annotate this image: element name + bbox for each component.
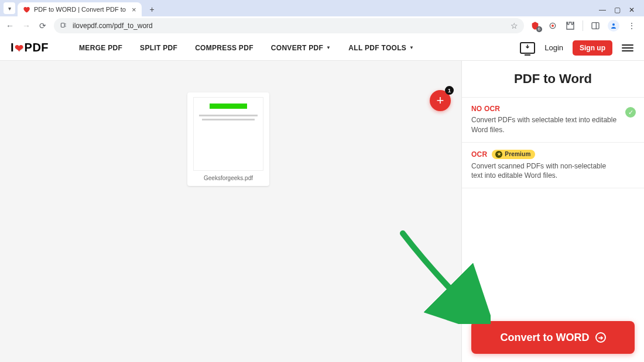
svg-point-5: [612, 23, 615, 26]
preview-line: [202, 119, 255, 120]
file-canvas: Geeksforgeeks.pdf + 1: [0, 61, 461, 362]
arrow-right-circle-icon: ➔: [595, 332, 606, 343]
chrome-menu-icon[interactable]: ⋮: [626, 20, 637, 31]
new-tab-button[interactable]: +: [146, 4, 157, 15]
tab-title: PDF to WORD | Convert PDF to: [34, 6, 126, 13]
svg-rect-0: [61, 23, 64, 27]
browser-tab[interactable]: PDF to WORD | Convert PDF to ×: [18, 2, 142, 16]
nav-split[interactable]: SPLIT PDF: [140, 44, 177, 52]
back-button[interactable]: ←: [5, 21, 15, 30]
divider: [583, 20, 583, 31]
chrome-actions: 6 ⋮: [530, 20, 639, 32]
login-link[interactable]: Login: [544, 43, 563, 52]
nav-all-label: ALL PDF TOOLS: [348, 44, 406, 52]
chevron-down-icon: ▼: [326, 45, 331, 50]
convert-button[interactable]: Convert to WORD ➔: [471, 321, 635, 354]
workspace: Geeksforgeeks.pdf + 1 PDF to Word NO OCR…: [0, 61, 644, 362]
site-navbar: I ❤ PDF MERGE PDF SPLIT PDF COMPRESS PDF…: [0, 35, 644, 61]
nav-merge[interactable]: MERGE PDF: [79, 44, 122, 52]
favicon-heart-icon: [22, 5, 30, 13]
svg-rect-3: [592, 23, 599, 29]
logo-text-left: I: [11, 41, 14, 54]
extension-shield-icon[interactable]: 6: [530, 20, 540, 31]
nav-convert-label: CONVERT PDF: [271, 44, 323, 52]
nav-convert[interactable]: CONVERT PDF▼: [271, 44, 331, 52]
preview-line: [199, 115, 258, 116]
convert-label: Convert to WORD: [501, 332, 590, 344]
option-desc: Convert scanned PDFs with non-selectable…: [471, 161, 618, 181]
maximize-button[interactable]: ▢: [614, 6, 621, 14]
nav-right: Login Sign up: [520, 40, 633, 56]
chevron-down-icon: ▼: [409, 45, 414, 50]
premium-label: Premium: [505, 151, 530, 157]
sidepanel-icon[interactable]: [590, 20, 601, 31]
nav-compress[interactable]: COMPRESS PDF: [195, 44, 254, 52]
premium-badge: ★ Premium: [492, 150, 535, 159]
signup-button[interactable]: Sign up: [573, 40, 612, 56]
omnibox[interactable]: ilovepdf.com/pdf_to_word ☆: [54, 18, 524, 33]
tab-close-icon[interactable]: ×: [132, 6, 136, 13]
svg-point-2: [551, 25, 554, 27]
browser-chrome: ▾ PDF to WORD | Convert PDF to × + ― ▢ ✕…: [0, 0, 644, 35]
reload-button[interactable]: ⟳: [37, 21, 48, 30]
bookmark-star-icon[interactable]: ☆: [511, 21, 518, 30]
close-window-button[interactable]: ✕: [629, 6, 635, 14]
tabsearch-button[interactable]: ▾: [4, 2, 15, 14]
nav-all-tools[interactable]: ALL PDF TOOLS▼: [348, 44, 414, 52]
profile-avatar[interactable]: [608, 20, 619, 32]
extension-lens-icon[interactable]: [547, 20, 558, 31]
site-logo[interactable]: I ❤ PDF: [11, 41, 49, 54]
option-ocr-label: OCR: [471, 150, 487, 158]
preview-highlight: [210, 104, 247, 109]
extensions-puzzle-icon[interactable]: [565, 20, 576, 31]
desktop-download-icon[interactable]: [520, 42, 535, 54]
file-count-badge: 1: [445, 86, 454, 95]
forward-button[interactable]: →: [21, 21, 32, 30]
option-ocr[interactable]: OCR ★ Premium Convert scanned PDFs with …: [462, 143, 644, 189]
site-info-icon[interactable]: [60, 21, 68, 30]
logo-text-right: PDF: [25, 41, 49, 54]
add-file-button[interactable]: + 1: [430, 90, 451, 111]
sidebar-title: PDF to Word: [462, 61, 644, 97]
selected-check-icon: ✓: [625, 107, 636, 118]
option-title: OCR ★ Premium: [471, 150, 635, 159]
option-no-ocr[interactable]: NO OCR Convert PDFs with selectable text…: [462, 97, 644, 143]
premium-icon: ★: [495, 151, 502, 158]
file-card[interactable]: Geeksforgeeks.pdf: [187, 92, 269, 186]
nav-links: MERGE PDF SPLIT PDF COMPRESS PDF CONVERT…: [79, 44, 414, 52]
heart-icon: ❤: [15, 42, 24, 55]
url-text: ilovepdf.com/pdf_to_word: [73, 22, 153, 30]
options-sidebar: PDF to Word NO OCR Convert PDFs with sel…: [461, 61, 644, 362]
tab-bar: ▾ PDF to WORD | Convert PDF to × + ― ▢ ✕: [0, 0, 644, 16]
extension-badge: 6: [536, 26, 542, 32]
file-preview: [193, 97, 263, 171]
option-desc: Convert PDFs with selectable text into e…: [471, 115, 618, 135]
option-title: NO OCR: [471, 105, 635, 113]
address-bar: ← → ⟳ ilovepdf.com/pdf_to_word ☆ 6: [0, 16, 644, 35]
file-name: Geeksforgeeks.pdf: [204, 175, 253, 181]
minimize-button[interactable]: ―: [599, 6, 606, 14]
window-controls: ― ▢ ✕: [593, 6, 640, 16]
menu-hamburger-icon[interactable]: [622, 44, 633, 51]
